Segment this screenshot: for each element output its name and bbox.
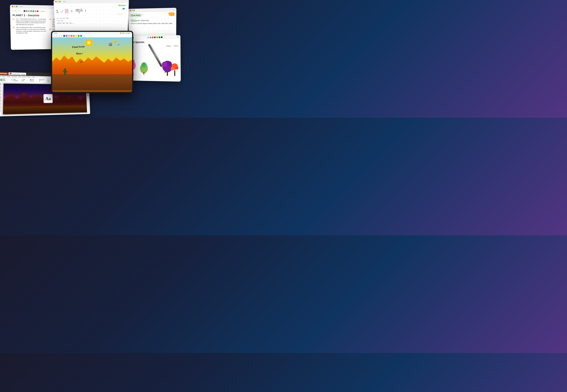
menu-icon[interactable]: ☰ (0, 76, 1, 77)
svg-rect-20 (174, 70, 175, 76)
wipe-off-label: Wipe Off ▼ (39, 79, 44, 82)
pal-black[interactable] (63, 35, 65, 37)
swatch-gray[interactable] (26, 10, 28, 12)
sidebar-tool-2[interactable]: 📁 (0, 86, 1, 89)
math-close[interactable] (55, 1, 57, 2)
plants-illustrations-area: glow in ↓ Sapling ↓ ← Mature poisonousdo… (128, 44, 179, 79)
math-window-controls[interactable] (55, 1, 61, 2)
plants-color-palette (147, 36, 163, 38)
cdot-1[interactable] (147, 37, 149, 38)
wps-active-tab[interactable]: Comic Book - Setting (9, 72, 26, 75)
pal-lightgray[interactable] (68, 35, 70, 37)
here-text: Here ! (76, 52, 83, 55)
minimize-dot[interactable] (14, 6, 15, 7)
swatch-dark[interactable] (24, 10, 25, 12)
temp-badge: 73-84°F (168, 12, 175, 14)
battery-tablet: 🔋 100% (125, 32, 130, 34)
sidebar-tool-8[interactable]: ♬ (0, 106, 1, 109)
math-minimize[interactable] (57, 1, 58, 2)
pal-red[interactable] (70, 35, 72, 37)
add-icon[interactable]: + (84, 35, 85, 37)
wipe-off-btn[interactable]: Wipe Off ▼ (38, 79, 45, 82)
menu-insert[interactable]: Insert (7, 76, 10, 77)
edit-content-label: Edit Content (13, 79, 19, 82)
cdot-7[interactable] (161, 36, 163, 38)
main-tablet: 12:01 • • • 📶 WiFi 🔋 100% ⌨️ ✏️ ⬡ ✦ (51, 31, 133, 93)
final-scene-text: Final Scene (72, 45, 85, 49)
signal-icon: 📶 (120, 32, 122, 34)
planet-blue (118, 44, 119, 45)
swatch-green[interactable] (30, 10, 32, 12)
toolbar-divider-2 (46, 79, 46, 82)
pal-yellow[interactable] (75, 35, 77, 37)
cdot-2[interactable] (150, 37, 151, 38)
main-equation-row: ∑ i=1n i³ = n(n+1) 2 ² (56, 8, 126, 14)
coral-close[interactable] (130, 10, 131, 11)
planet-orange (113, 40, 116, 43)
add-picture-btn[interactable]: 🖼 Add Picture (29, 79, 38, 82)
close-dot[interactable] (12, 6, 13, 7)
menu-comment[interactable]: Comment (11, 76, 17, 77)
tablet-desert-scene: Final Scene Here ! ↙ (52, 37, 132, 90)
tablet-toolbar[interactable]: ⌨️ ✏️ ⬡ ✦ + (52, 34, 132, 37)
plants-panel: 🔋 Plant Species (126, 35, 181, 82)
story-col-left: 01 Act 1 - The creatures land on the d..… (13, 18, 47, 41)
right-tool-5[interactable]: ⚙ (87, 94, 89, 96)
sidebar-tool-1[interactable]: ☰ (0, 83, 1, 86)
tablet-screen: 12:01 • • • 📶 WiFi 🔋 100% ⌨️ ✏️ ⬡ ✦ (52, 32, 132, 92)
wps-new-tab[interactable]: + (30, 73, 31, 75)
maximize-dot[interactable] (16, 6, 18, 7)
toolbar-icon-keyboard[interactable]: ⌨️ (53, 35, 55, 37)
coral-controls[interactable] (130, 10, 135, 11)
swatch-pink[interactable] (37, 10, 39, 12)
planet-z-label: Planet Z (3, 113, 11, 115)
add-text-btn[interactable]: T Add Text ✦ (21, 78, 28, 82)
toolbar-icon-lasso[interactable]: ⬡ (59, 35, 60, 37)
wps-tab-close[interactable]: ✕ (28, 73, 29, 75)
coral-maximize[interactable] (133, 10, 135, 11)
sidebar-tool-6[interactable]: 💬 (0, 99, 1, 102)
sidebar-tool-5[interactable]: 🔖 (0, 96, 1, 99)
sidebar-tool-7[interactable]: 🔗 (0, 103, 1, 105)
menu-panel[interactable]: Panel (22, 76, 25, 77)
menu-protect[interactable]: Protect (26, 76, 30, 78)
window-controls[interactable] (12, 6, 18, 7)
tablet-time: 12:01 (54, 32, 57, 34)
sidebar-tool-4[interactable]: □ (0, 93, 1, 95)
cdot-4[interactable] (154, 36, 156, 38)
green-plant-svg (139, 61, 149, 75)
swatch-blue[interactable] (32, 10, 34, 12)
edit-pdf-label: Edit PDF (3, 78, 7, 81)
plants-content: Plant Species (126, 39, 181, 81)
toolbar-icon-pen[interactable]: ✏️ (56, 35, 57, 37)
font-preview: Aa (45, 96, 51, 101)
toolbar-icon-star[interactable]: ✦ (61, 35, 62, 37)
desert-sun (86, 40, 92, 46)
tablet-status: 📶 WiFi 🔋 100% (120, 32, 130, 34)
cdot-6[interactable] (158, 36, 160, 38)
star-3 (48, 87, 48, 88)
coral-minimize[interactable] (132, 10, 133, 11)
sidebar-tool-9[interactable]: 👤 (0, 109, 1, 112)
math-maximize[interactable] (59, 1, 60, 2)
cdot-3[interactable] (152, 37, 153, 38)
cdot-5[interactable] (156, 36, 158, 38)
squared: ² (85, 9, 86, 13)
menu-tools[interactable]: Tools (32, 76, 35, 78)
wps-font-dialog[interactable]: Aa (43, 94, 53, 103)
edit-pdf-btn[interactable]: ✎ Edit PDF (0, 78, 8, 82)
swatch-orange[interactable] (35, 10, 36, 12)
menu-edit[interactable]: Edit (18, 76, 21, 77)
boxed-variable: i³ (65, 9, 68, 13)
pal-green[interactable] (78, 35, 80, 37)
coral-title: Coral Reefs (130, 14, 142, 17)
temp-badge-2: (23-29C) (169, 14, 175, 16)
menu-home[interactable]: Home (2, 76, 6, 77)
swatch-light[interactable] (28, 10, 30, 12)
edit-content-btn[interactable]: Edit Content (10, 78, 20, 82)
pal-gray[interactable] (66, 35, 68, 37)
cactus-arm-l (63, 70, 65, 71)
pal-orange[interactable] (73, 35, 75, 37)
sidebar-tool-3[interactable]: ✏️ (0, 89, 1, 92)
pal-blue[interactable] (80, 35, 82, 37)
